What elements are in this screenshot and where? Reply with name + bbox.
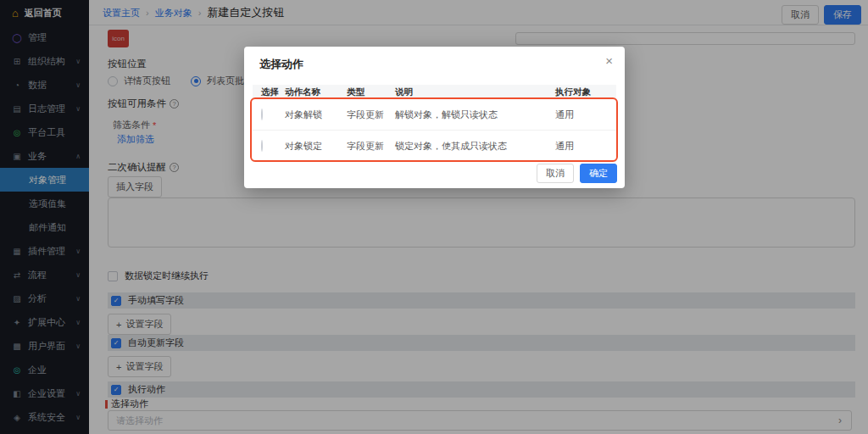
- table-row-object-lock[interactable]: 对象锁定 字段更新 锁定对象，使其成只读状态 通用: [253, 131, 616, 162]
- radio-icon[interactable]: [261, 140, 263, 152]
- modal-title: 选择动作: [259, 57, 303, 72]
- modal-confirm-button[interactable]: 确定: [580, 164, 617, 183]
- close-icon[interactable]: ×: [605, 54, 613, 67]
- radio-icon[interactable]: [261, 108, 263, 120]
- modal-cancel-button[interactable]: 取消: [537, 164, 574, 183]
- action-table: 选择 动作名称 类型 说明 执行对象 对象解锁 字段更新 解锁对象，解锁只读状态…: [253, 85, 616, 162]
- select-action-modal: 选择动作 × 选择 动作名称 类型 说明 执行对象 对象解锁 字段更新 解锁对象…: [244, 47, 625, 188]
- app-window: ⌂ 返回首页 ◯ 管理 ⊞ 组织结构 ∨ ◔ 数据 ∨ ▤ 日志管理 ∨: [0, 0, 868, 434]
- table-row-object-unlock[interactable]: 对象解锁 字段更新 解锁对象，解锁只读状态 通用: [253, 99, 616, 131]
- action-table-header: 选择 动作名称 类型 说明 执行对象: [253, 85, 616, 99]
